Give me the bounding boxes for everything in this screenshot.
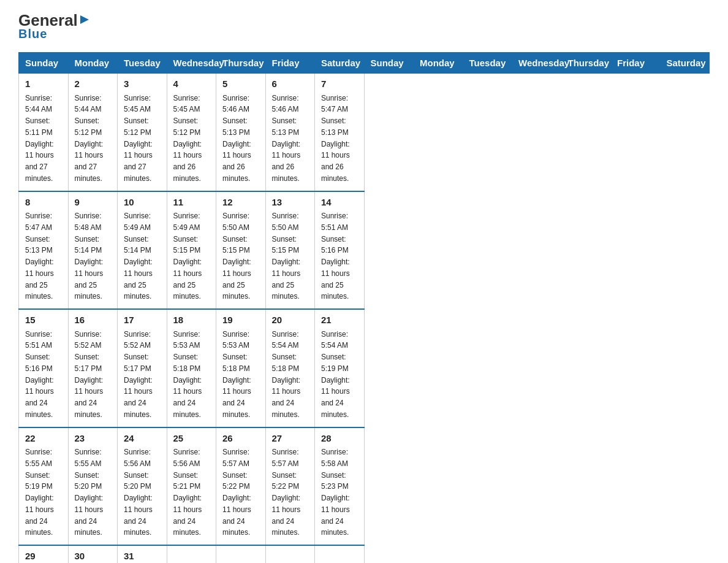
calendar-cell: 3 Sunrise: 5:45 AMSunset: 5:12 PMDayligh… [118,74,167,191]
calendar-cell [315,545,365,563]
day-number: 10 [124,196,161,210]
day-number: 23 [75,432,112,446]
col-header-thursday: Thursday [561,53,611,74]
calendar-cell: 21 Sunrise: 5:54 AMSunset: 5:19 PMDaylig… [315,309,365,427]
day-number: 4 [173,77,210,91]
calendar-cell: 9 Sunrise: 5:48 AMSunset: 5:14 PMDayligh… [68,191,118,310]
day-number: 30 [75,550,112,563]
day-number: 3 [124,77,161,91]
day-info: Sunrise: 5:49 AMSunset: 5:14 PMDaylight:… [124,212,153,301]
week-row-1: 1 Sunrise: 5:44 AMSunset: 5:11 PMDayligh… [19,74,710,191]
day-number: 8 [25,196,62,210]
calendar-cell: 10 Sunrise: 5:49 AMSunset: 5:14 PMDaylig… [118,191,167,310]
day-number: 27 [272,432,309,446]
day-number: 6 [272,77,309,91]
calendar-cell: 4 Sunrise: 5:45 AMSunset: 5:12 PMDayligh… [167,74,216,191]
day-info: Sunrise: 5:45 AMSunset: 5:12 PMDaylight:… [173,94,202,183]
col-header-monday: Monday [414,53,463,74]
day-info: Sunrise: 5:54 AMSunset: 5:18 PMDaylight:… [272,330,301,419]
col-header-tuesday: Tuesday [118,53,167,74]
calendar-cell [216,545,266,563]
day-number: 7 [321,77,358,91]
day-info: Sunrise: 5:47 AMSunset: 5:13 PMDaylight:… [25,212,54,301]
calendar-cell: 5 Sunrise: 5:46 AMSunset: 5:13 PMDayligh… [216,74,266,191]
col-header-friday: Friday [265,53,315,74]
day-number: 1 [25,77,62,91]
calendar-cell: 19 Sunrise: 5:53 AMSunset: 5:18 PMDaylig… [216,309,266,427]
calendar-cell: 2 Sunrise: 5:44 AMSunset: 5:12 PMDayligh… [68,74,118,191]
week-row-5: 29 Sunrise: 5:58 AMSunset: 5:23 PMDaylig… [19,545,710,563]
day-info: Sunrise: 5:57 AMSunset: 5:22 PMDaylight:… [222,448,251,537]
week-row-4: 22 Sunrise: 5:55 AMSunset: 5:19 PMDaylig… [19,427,710,546]
calendar-cell [265,545,315,563]
calendar-cell: 7 Sunrise: 5:47 AMSunset: 5:13 PMDayligh… [315,74,365,191]
calendar-cell: 24 Sunrise: 5:56 AMSunset: 5:20 PMDaylig… [118,427,167,546]
day-number: 14 [321,196,358,210]
day-number: 11 [173,196,210,210]
col-header-friday: Friday [611,53,661,74]
header-row: SundayMondayTuesdayWednesdayThursdayFrid… [19,53,710,74]
day-info: Sunrise: 5:44 AMSunset: 5:11 PMDaylight:… [25,94,54,183]
day-number: 12 [222,196,259,210]
day-number: 25 [173,432,210,446]
day-number: 20 [272,313,309,327]
week-row-3: 15 Sunrise: 5:51 AMSunset: 5:16 PMDaylig… [19,309,710,427]
calendar-cell: 23 Sunrise: 5:55 AMSunset: 5:20 PMDaylig… [68,427,118,546]
logo: General Blue [18,12,90,41]
day-number: 26 [222,432,259,446]
logo-blue: Blue [18,27,47,41]
calendar-cell: 29 Sunrise: 5:58 AMSunset: 5:23 PMDaylig… [19,545,69,563]
calendar-cell: 13 Sunrise: 5:50 AMSunset: 5:15 PMDaylig… [265,191,315,310]
page-header: General Blue [18,12,710,41]
logo-general: General [18,12,78,28]
week-row-2: 8 Sunrise: 5:47 AMSunset: 5:13 PMDayligh… [19,191,710,310]
day-number: 18 [173,313,210,327]
day-info: Sunrise: 5:55 AMSunset: 5:20 PMDaylight:… [75,448,104,537]
calendar-cell: 11 Sunrise: 5:49 AMSunset: 5:15 PMDaylig… [167,191,216,310]
col-header-sunday: Sunday [364,53,414,74]
calendar-cell: 20 Sunrise: 5:54 AMSunset: 5:18 PMDaylig… [265,309,315,427]
day-info: Sunrise: 5:46 AMSunset: 5:13 PMDaylight:… [222,94,251,183]
calendar-cell: 26 Sunrise: 5:57 AMSunset: 5:22 PMDaylig… [216,427,266,546]
day-number: 15 [25,313,62,327]
calendar-cell: 14 Sunrise: 5:51 AMSunset: 5:16 PMDaylig… [315,191,365,310]
day-info: Sunrise: 5:54 AMSunset: 5:19 PMDaylight:… [321,330,350,419]
day-number: 31 [124,550,161,563]
day-number: 24 [124,432,161,446]
calendar-cell: 6 Sunrise: 5:46 AMSunset: 5:13 PMDayligh… [265,74,315,191]
day-info: Sunrise: 5:56 AMSunset: 5:20 PMDaylight:… [124,448,153,537]
day-number: 21 [321,313,358,327]
day-number: 22 [25,432,62,446]
col-header-sunday: Sunday [19,53,69,74]
day-info: Sunrise: 5:47 AMSunset: 5:13 PMDaylight:… [321,94,350,183]
day-number: 19 [222,313,259,327]
calendar-cell: 28 Sunrise: 5:58 AMSunset: 5:23 PMDaylig… [315,427,365,546]
day-info: Sunrise: 5:58 AMSunset: 5:23 PMDaylight:… [321,448,350,537]
day-info: Sunrise: 5:50 AMSunset: 5:15 PMDaylight:… [272,212,301,301]
calendar-cell: 12 Sunrise: 5:50 AMSunset: 5:15 PMDaylig… [216,191,266,310]
day-number: 2 [75,77,112,91]
calendar-cell: 22 Sunrise: 5:55 AMSunset: 5:19 PMDaylig… [19,427,69,546]
col-header-monday: Monday [68,53,118,74]
day-info: Sunrise: 5:53 AMSunset: 5:18 PMDaylight:… [173,330,202,419]
day-info: Sunrise: 5:55 AMSunset: 5:19 PMDaylight:… [25,448,54,537]
day-info: Sunrise: 5:44 AMSunset: 5:12 PMDaylight:… [75,94,104,183]
logo-triangle-icon [79,14,90,25]
day-info: Sunrise: 5:51 AMSunset: 5:16 PMDaylight:… [321,212,350,301]
calendar-cell [167,545,216,563]
svg-marker-0 [80,15,89,24]
day-info: Sunrise: 5:56 AMSunset: 5:21 PMDaylight:… [173,448,202,537]
day-info: Sunrise: 5:46 AMSunset: 5:13 PMDaylight:… [272,94,301,183]
col-header-saturday: Saturday [315,53,365,74]
col-header-saturday: Saturday [660,53,710,74]
day-number: 28 [321,432,358,446]
calendar-cell: 18 Sunrise: 5:53 AMSunset: 5:18 PMDaylig… [167,309,216,427]
day-info: Sunrise: 5:48 AMSunset: 5:14 PMDaylight:… [75,212,104,301]
calendar-cell: 25 Sunrise: 5:56 AMSunset: 5:21 PMDaylig… [167,427,216,546]
day-info: Sunrise: 5:57 AMSunset: 5:22 PMDaylight:… [272,448,301,537]
day-info: Sunrise: 5:53 AMSunset: 5:18 PMDaylight:… [222,330,251,419]
col-header-wednesday: Wednesday [167,53,216,74]
col-header-wednesday: Wednesday [512,53,562,74]
day-number: 13 [272,196,309,210]
calendar-cell: 30 Sunrise: 5:58 AMSunset: 5:24 PMDaylig… [68,545,118,563]
